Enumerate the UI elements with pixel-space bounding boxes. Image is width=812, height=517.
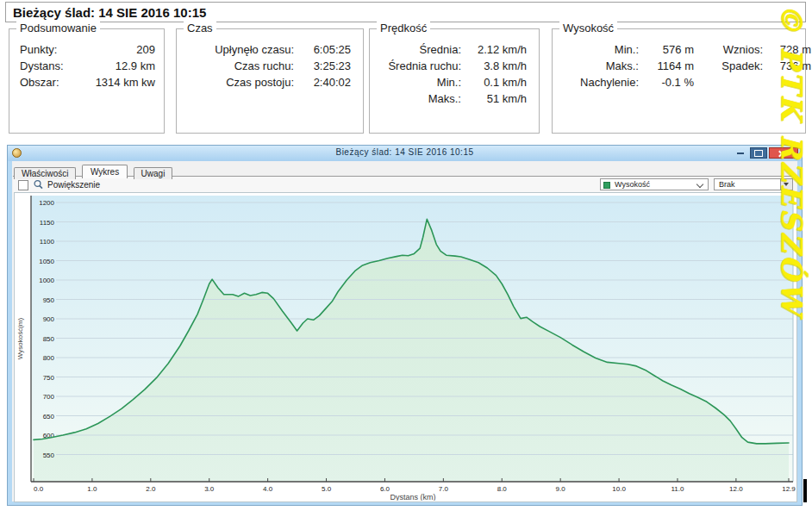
svg-text:850: 850 — [43, 335, 55, 343]
svg-text:5.0: 5.0 — [322, 485, 332, 493]
svg-text:9.0: 9.0 — [556, 485, 566, 493]
y-axis-title: Wysokość(m) — [16, 317, 24, 359]
speed-label: Średnia: — [375, 41, 461, 58]
secondary-select-value: Brak — [719, 179, 735, 190]
speed-value: 3.8 km/h — [461, 58, 527, 74]
summary-value: 209 — [85, 41, 155, 58]
zoom-label: Powiększenie — [47, 180, 100, 190]
tab-uwagi[interactable]: Uwagi — [134, 167, 173, 179]
altitude-label: Spadek: — [694, 58, 763, 74]
speed-label: Średnia ruchu: — [375, 58, 461, 74]
chart-window: Bieżący ślad: 14 SIE 2016 10:15 Właściwo… — [7, 145, 803, 506]
speed-label: Min.: — [375, 74, 461, 90]
svg-text:1.0: 1.0 — [87, 485, 97, 493]
svg-text:650: 650 — [43, 413, 55, 420]
maximize-icon — [754, 150, 763, 157]
elevation-chart-svg[interactable]: 1200115011001050100095090085080075070065… — [15, 194, 796, 501]
tab-wlasciwosci[interactable]: Właściwości — [14, 167, 76, 179]
time-value: 3:25:23 — [294, 58, 351, 74]
svg-text:1000: 1000 — [39, 277, 54, 284]
svg-text:6.0: 6.0 — [380, 485, 390, 493]
svg-text:1200: 1200 — [39, 199, 54, 207]
panel-summary: Podsumowanie Punkty: 209 Dystans: 12.9 k… — [9, 28, 165, 134]
panel-speed-title: Prędkość — [377, 22, 430, 34]
svg-text:2.0: 2.0 — [146, 485, 156, 493]
altitude-value: -0.1 % — [639, 74, 694, 90]
text-caret — [803, 479, 807, 502]
panel-altitude-title: Wysokość — [559, 22, 617, 34]
altitude-label: Min.: — [556, 41, 639, 58]
window-titlebar[interactable]: Bieżący ślad: 14 SIE 2016 10:15 — [8, 146, 802, 161]
svg-text:1050: 1050 — [39, 258, 54, 265]
minimize-icon — [737, 153, 744, 154]
svg-text:900: 900 — [43, 315, 55, 323]
chart-toolbar: Powiększenie Wysokość Brak — [13, 178, 796, 191]
svg-text:12.0: 12.0 — [729, 485, 743, 493]
svg-text:550: 550 — [43, 452, 55, 459]
time-label: Czas ruchu: — [182, 58, 294, 74]
summary-label: Dystans: — [20, 58, 85, 74]
speed-value: 51 km/h — [461, 90, 527, 107]
window-title: Bieżący ślad: 14 SIE 2016 10:15 — [8, 147, 802, 157]
speed-value: 2.12 km/h — [461, 41, 527, 58]
time-value: 2:40:02 — [294, 74, 351, 90]
magnifier-icon — [33, 179, 44, 192]
svg-text:10.0: 10.0 — [612, 485, 626, 493]
altitude-label: Nachylenie: — [556, 74, 639, 90]
summary-label: Obszar: — [20, 74, 85, 90]
series-color-icon — [603, 182, 610, 189]
svg-text:12.9: 12.9 — [782, 485, 796, 493]
panel-altitude: Wysokość Min.: 576 m Wznios: 728 m Maks.… — [552, 28, 806, 134]
panel-time-title: Czas — [184, 22, 216, 34]
series-select-value: Wysokość — [615, 179, 650, 190]
maximize-button[interactable] — [750, 147, 767, 159]
summary-label: Punkty: — [20, 41, 85, 58]
altitude-label: Wznios: — [694, 41, 763, 58]
summary-value: 1314 km kw — [85, 74, 155, 90]
tab-wykres[interactable]: Wykres — [82, 165, 128, 178]
svg-text:4.0: 4.0 — [263, 485, 273, 493]
svg-text:0.0: 0.0 — [34, 485, 44, 493]
svg-text:1100: 1100 — [40, 238, 55, 246]
svg-text:1150: 1150 — [40, 219, 55, 227]
series-select[interactable]: Wysokość — [600, 178, 709, 190]
x-axis-labels: 0.01.02.03.04.05.06.07.08.09.010.011.012… — [34, 485, 796, 493]
svg-text:700: 700 — [43, 393, 55, 401]
panel-time: Czas Upłynęło czasu: 6:05:25 Czas ruchu:… — [176, 28, 364, 134]
panel-summary-title: Podsumowanie — [16, 22, 100, 34]
altitude-value: 576 m — [639, 41, 694, 58]
altitude-label: Maks.: — [556, 58, 639, 74]
summary-value: 12.9 km — [85, 58, 155, 74]
elevation-chart-panel: 1200115011001050100095090085080075070065… — [14, 192, 797, 502]
watermark: © PTK RZESZÓW — [775, 3, 809, 316]
minimize-button[interactable] — [733, 147, 748, 159]
tab-bar: Właściwości Wykres Uwagi — [14, 163, 174, 177]
altitude-value: 1164 m — [639, 58, 694, 74]
svg-text:7.0: 7.0 — [439, 485, 449, 493]
panel-speed: Prędkość Średnia: 2.12 km/h Średnia ruch… — [369, 28, 540, 134]
svg-text:950: 950 — [43, 296, 55, 304]
time-label: Czas postoju: — [182, 74, 294, 90]
screen: Bieżący ślad: 14 SIE 2016 10:15 Podsumow… — [0, 0, 812, 517]
speed-label: Maks.: — [375, 90, 461, 107]
time-value: 6:05:25 — [294, 41, 351, 58]
svg-text:750: 750 — [43, 374, 55, 382]
tab-page-wykres: Powiększenie Wysokość Brak 1200115011001… — [13, 176, 796, 501]
speed-value: 0.1 km/h — [461, 74, 527, 90]
svg-text:8.0: 8.0 — [497, 485, 508, 493]
window-content: Właściwości Wykres Uwagi Powiększenie Wy… — [12, 161, 797, 501]
svg-text:11.0: 11.0 — [671, 485, 684, 493]
page-title: Bieżący ślad: 14 SIE 2016 10:15 — [5, 2, 806, 22]
chevron-down-icon — [696, 181, 703, 188]
svg-text:3.0: 3.0 — [204, 485, 215, 493]
svg-text:800: 800 — [43, 354, 55, 362]
x-axis-title: Dystans (km) — [390, 493, 435, 501]
zoom-checkbox[interactable] — [18, 180, 28, 190]
time-label: Upłynęło czasu: — [182, 41, 294, 58]
